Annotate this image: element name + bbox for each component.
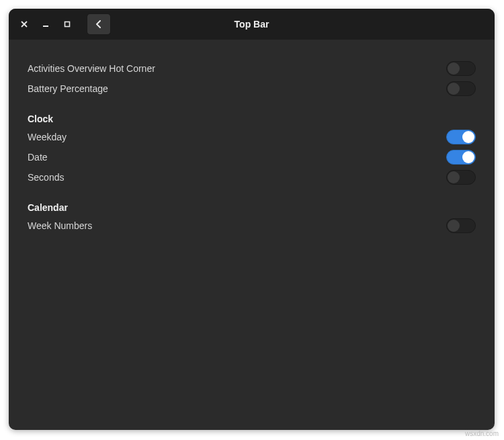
setting-row: Activities Overview Hot Corner [28,58,476,79]
setting-label: Battery Percentage [28,83,108,94]
setting-label: Date [28,152,48,163]
setting-label: Week Numbers [28,220,92,231]
toggle-knob [448,220,460,232]
minimize-button[interactable] [36,14,56,34]
section-header-calendar: Calendar [28,202,476,213]
toggle-knob [448,83,460,95]
weekday-toggle[interactable] [446,130,476,144]
battery-percentage-toggle[interactable] [446,81,476,96]
settings-window: Top Bar Activities Overview Hot Corner B… [9,9,495,430]
setting-row: Date [28,147,476,167]
svg-rect-0 [43,26,48,27]
toggle-knob [448,62,460,75]
svg-rect-1 [65,22,70,27]
setting-row: Weekday [28,127,476,147]
setting-label: Activities Overview Hot Corner [28,63,155,74]
content-area: Activities Overview Hot Corner Battery P… [9,40,495,430]
titlebar: Top Bar [9,9,495,40]
setting-row: Week Numbers [28,216,476,236]
toggle-knob [462,131,474,143]
week-numbers-toggle[interactable] [446,218,476,233]
date-toggle[interactable] [446,150,476,165]
setting-label: Seconds [28,172,64,183]
toggle-knob [448,171,460,183]
close-button[interactable] [14,14,34,34]
setting-row: Seconds [28,167,476,187]
back-button[interactable] [87,13,111,35]
maximize-icon [64,21,71,28]
window-controls [14,14,77,34]
minimize-icon [42,21,49,28]
close-icon [21,21,28,28]
chevron-left-icon [95,20,103,28]
watermark: wsxdn.com [465,430,499,437]
maximize-button[interactable] [57,14,77,34]
setting-row: Battery Percentage [28,79,476,99]
setting-label: Weekday [28,132,67,142]
window-title: Top Bar [235,19,269,30]
section-header-clock: Clock [28,114,476,124]
seconds-toggle[interactable] [446,170,476,185]
toggle-knob [462,151,474,163]
activities-hot-corner-toggle[interactable] [446,61,476,76]
